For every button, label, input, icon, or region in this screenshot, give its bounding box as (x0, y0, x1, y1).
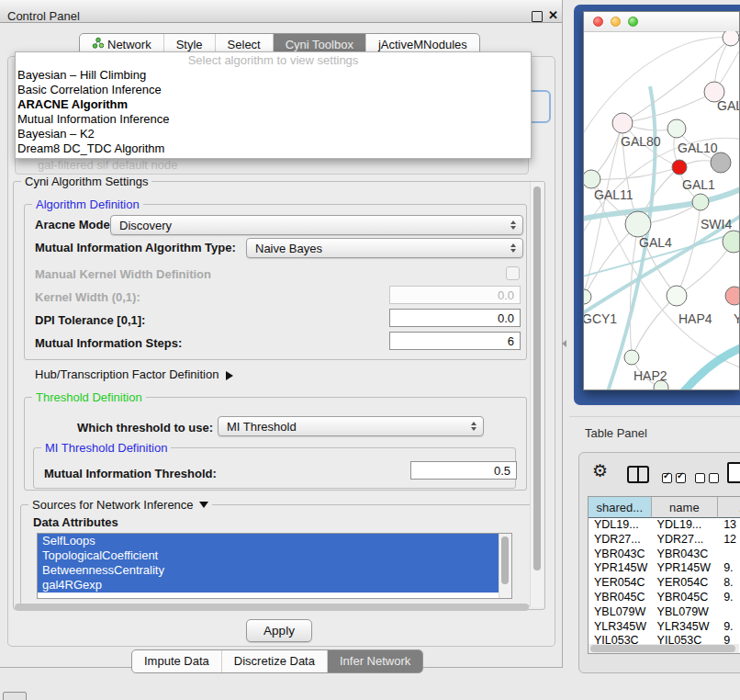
zoom-traffic-light[interactable] (628, 17, 638, 27)
network-node-gal1[interactable] (692, 194, 709, 210)
column-header-a[interactable]: A (718, 497, 740, 518)
network-node-gal10[interactable] (667, 119, 686, 138)
dpi-tolerance-field[interactable]: 0.0 (389, 309, 521, 327)
network-canvas[interactable]: GALGAL80GAL10GAL1GAL11GAL4SWI4GCY1HAP4YH… (584, 31, 739, 390)
mi-steps-label: Mutual Information Steps: (35, 336, 182, 350)
sources-toggle[interactable]: Sources for Network Inference (28, 498, 212, 512)
aracne-mode-select[interactable]: Discovery (110, 215, 523, 235)
list-scrollbar[interactable] (499, 534, 511, 598)
network-node[interactable] (672, 160, 687, 175)
panel-divider (569, 416, 740, 417)
table-row[interactable]: YDL19...YDL19...13 (589, 518, 740, 533)
dropdown-placeholder: Select algorithm to view settings (16, 52, 531, 68)
mi-type-label: Mutual Information Algorithm Type: (35, 241, 236, 254)
algorithm-option[interactable]: ARACNE Algorithm (16, 97, 531, 112)
attribute-item[interactable]: TopologicalCoefficient (38, 548, 511, 563)
table-row[interactable]: YER054CYER054C8. (589, 576, 740, 591)
deselect-all-checkboxes-icon[interactable] (695, 470, 723, 487)
close-traffic-light[interactable] (593, 17, 603, 27)
table-cell: YDL19... (652, 518, 719, 533)
tab-label: Discretize Data (234, 650, 315, 672)
network-node-gal4[interactable] (625, 211, 651, 237)
attribute-item[interactable]: BetweennessCentrality (38, 563, 511, 578)
network-edge (622, 92, 714, 123)
tab-label: Impute Data (144, 650, 209, 672)
algorithm-option[interactable]: Basic Correlation Inference (16, 83, 531, 97)
table-cell: 9. (718, 561, 740, 576)
table-row[interactable]: YBR043CYBR043C (589, 548, 740, 562)
algorithm-option[interactable]: Bayesian – K2 (16, 127, 531, 141)
table-cell: 8. (718, 576, 740, 591)
table-row[interactable]: YBR045CYBR045C9. (589, 591, 740, 605)
tab-infer-network[interactable]: Infer Network (327, 650, 422, 672)
algorithm-option[interactable]: Dream8 DC_TDC Algorithm (16, 141, 531, 156)
tab-discretize-data[interactable]: Discretize Data (221, 650, 327, 672)
column-header-shared-[interactable]: shared... (589, 497, 652, 518)
hub-definition-toggle[interactable]: Hub/Transcription Factor Definition (35, 367, 233, 381)
table-row[interactable]: YBL079WYBL079W (589, 605, 740, 620)
network-node-gal80[interactable] (612, 113, 633, 133)
algorithm-dropdown-popup: Select algorithm to view settings Bayesi… (15, 51, 532, 159)
table-cell: 9. (718, 620, 740, 635)
table-cell: 12 (718, 533, 740, 548)
window-title: Control Panel (7, 9, 80, 23)
split-columns-icon[interactable] (627, 466, 649, 483)
settings-vertical-scrollbar[interactable] (530, 182, 544, 607)
node-label: HAP4 (678, 311, 712, 326)
mi-threshold-label: Mutual Information Threshold: (44, 467, 217, 480)
table-cell: YPR145W (652, 561, 719, 576)
network-node-hap2[interactable] (624, 350, 639, 365)
network-window-titlebar[interactable] (584, 12, 739, 32)
network-node[interactable] (711, 152, 731, 173)
table-row[interactable]: YPR145WYPR145W9. (589, 561, 740, 576)
settings-horizontal-scrollbar[interactable] (15, 604, 529, 611)
table-cell: YER054C (589, 576, 652, 591)
kernel-width-field[interactable]: 0.0 (389, 286, 521, 304)
algorithm-option[interactable]: Bayesian – Hill Climbing (16, 68, 531, 83)
table-horizontal-scrollbar[interactable] (589, 644, 739, 653)
mi-threshold-field[interactable]: 0.5 (410, 461, 517, 480)
gear-icon[interactable]: ⚙ (592, 462, 608, 480)
network-node-swi4[interactable] (723, 231, 739, 253)
splitter-collapse-icon[interactable] (562, 340, 566, 347)
select-all-checkboxes-icon[interactable] (662, 470, 690, 487)
table-row[interactable]: YLR345WYLR345W9. (589, 620, 740, 635)
stepper-arrows-icon (471, 422, 477, 431)
table-cell: YPR145W (589, 561, 652, 576)
node-label: Y (734, 311, 739, 326)
control-panel-titlebar[interactable] (0, 0, 562, 23)
which-threshold-select[interactable]: MI Threshold (218, 416, 484, 436)
manual-kernel-checkbox[interactable] (506, 266, 520, 280)
float-window-icon[interactable] (532, 11, 543, 22)
network-node[interactable] (723, 31, 739, 46)
table-row[interactable]: YDR27...YDR27...12 (589, 533, 740, 548)
network-node-hap4[interactable] (667, 286, 687, 306)
node-label: HAP2 (633, 368, 667, 383)
mi-type-value: Naive Bayes (255, 242, 322, 255)
network-edge (632, 296, 677, 357)
aracne-mode-value: Discovery (119, 219, 172, 232)
column-header-name[interactable]: name (652, 497, 719, 518)
minimize-traffic-light[interactable] (611, 17, 621, 27)
apply-button[interactable]: Apply (246, 619, 312, 642)
node-label: GAL4 (639, 235, 672, 250)
table-cell: YBL079W (589, 605, 652, 620)
network-node-y[interactable] (725, 287, 739, 305)
mi-steps-field[interactable]: 6 (389, 332, 521, 350)
group-title: Threshold Definition (32, 390, 146, 404)
attribute-item[interactable]: gal4RGexp (38, 578, 511, 593)
hub-definition-label: Hub/Transcription Factor Definition (35, 367, 219, 381)
node-table: shared...nameA YDL19...YDL19...13YDR27..… (588, 496, 740, 654)
close-icon[interactable]: ✕ (548, 8, 558, 22)
network-node-gal11[interactable] (584, 170, 600, 188)
mi-type-select[interactable]: Naive Bayes (246, 238, 523, 258)
tab-impute-data[interactable]: Impute Data (132, 650, 221, 672)
attribute-item[interactable]: SelfLoops (38, 534, 511, 548)
table-cell: YDR27... (589, 533, 652, 548)
table-cell (718, 548, 740, 562)
algorithm-option[interactable]: Mutual Information Inference (16, 112, 531, 127)
dock-panel-icon[interactable] (3, 692, 27, 700)
table-cell: YLR345W (589, 620, 652, 635)
page-icon[interactable] (727, 462, 740, 483)
network-node-gcy1[interactable] (584, 289, 591, 304)
